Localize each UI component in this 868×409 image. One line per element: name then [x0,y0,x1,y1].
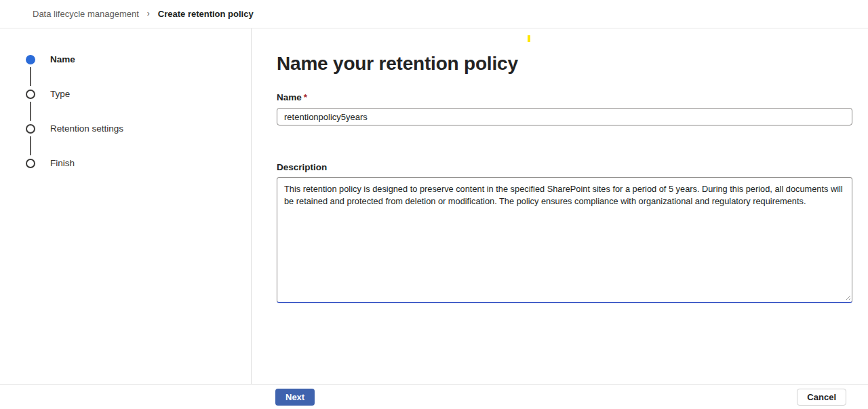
wizard-step-label: Finish [50,158,75,168]
wizard-step-label: Name [50,54,75,64]
cancel-button[interactable]: Cancel [797,389,846,406]
content-area: Name Type Retention settings Finish Name… [0,28,868,384]
main-panel: Name your retention policy Name* Descrip… [252,28,868,384]
step-outline-circle-icon [26,124,35,134]
wizard-step-finish[interactable]: Finish [26,146,251,180]
page-title: Name your retention policy [277,53,868,75]
footer-action-bar: Next Cancel [0,384,868,409]
step-outline-circle-icon [26,90,35,99]
description-textarea-wrap: This retention policy is designed to pre… [277,177,852,303]
breadcrumb-parent-link[interactable]: Data lifecycle management [33,9,139,19]
policy-description-textarea[interactable]: This retention policy is designed to pre… [277,177,852,303]
wizard-step-label: Type [50,89,70,99]
breadcrumb-current: Create retention policy [158,9,254,19]
next-button[interactable]: Next [275,389,315,406]
description-field-label: Description [277,162,868,172]
wizard-steps-sidebar: Name Type Retention settings Finish [0,28,252,384]
wizard-step-name[interactable]: Name [26,42,251,77]
yellow-highlight-marker [528,35,530,42]
breadcrumb: Data lifecycle management › Create reten… [0,0,868,28]
step-filled-circle-icon [26,55,35,64]
policy-name-input[interactable] [277,108,852,125]
chevron-right-icon: › [147,9,150,18]
name-field-label: Name* [277,92,868,102]
wizard-step-label: Retention settings [50,123,123,134]
wizard-step-retention-settings[interactable]: Retention settings [26,111,251,146]
wizard-step-type[interactable]: Type [26,77,251,111]
step-outline-circle-icon [26,159,35,168]
required-asterisk: * [304,92,307,102]
